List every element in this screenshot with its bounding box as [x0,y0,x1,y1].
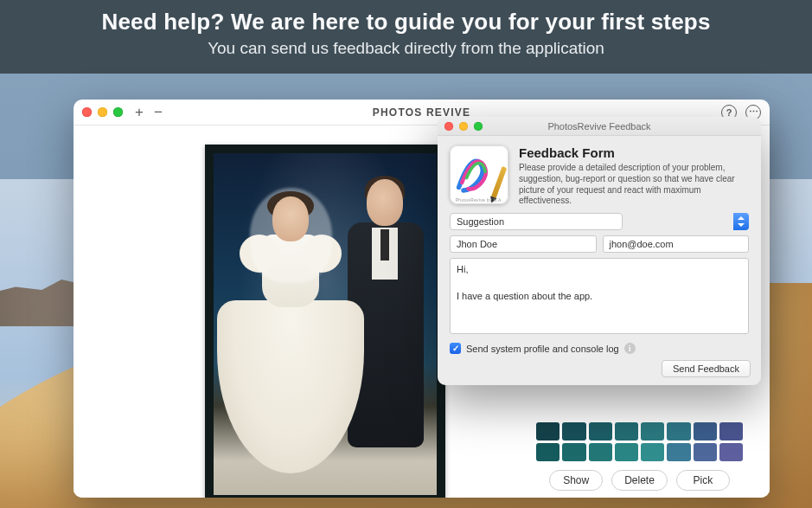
banner-title: Need help? We are here to guide you for … [0,9,812,35]
send-feedback-button[interactable]: Send Feedback [662,360,751,377]
name-value: Jhon Doe [457,239,497,249]
email-field[interactable]: jhon@doe.com [603,235,750,253]
message-textarea[interactable]: Hi, I have a question about the app. [450,258,749,334]
toolbar-add-button[interactable]: + [135,104,144,121]
feedback-form-title: Feedback Form [519,145,749,160]
feedback-type-value: Suggestion [457,216,504,227]
select-arrows-icon [733,213,749,230]
window-zoom-button[interactable] [113,107,123,117]
color-swatch[interactable] [615,422,638,440]
color-palette-panel: Show Delete Pick [534,417,745,491]
promo-banner: Need help? We are here to guide you for … [0,0,812,74]
name-field[interactable]: Jhon Doe [450,235,597,253]
banner-subtitle: You can send us feedback directly from t… [0,39,812,58]
color-swatch[interactable] [536,443,559,461]
color-swatch[interactable] [667,443,690,461]
app-icon-caption: PhotosRevive by N.A. [450,197,508,203]
palette-show-button[interactable]: Show [549,470,603,491]
window-close-button[interactable] [82,107,92,117]
feedback-zoom-button[interactable] [474,122,483,131]
color-swatch[interactable] [641,443,664,461]
color-swatch[interactable] [562,443,585,461]
feedback-window: PhotosRevive Feedback PhotosRevive by N.… [438,117,761,385]
app-icon: PhotosRevive by N.A. [450,145,508,204]
color-swatch[interactable] [719,422,743,440]
color-swatch[interactable] [641,422,664,440]
color-swatch[interactable] [589,422,612,440]
window-minimize-button[interactable] [98,107,107,117]
feedback-form-description: Please provide a detailed description of… [519,163,749,207]
info-icon[interactable]: i [624,343,636,354]
feedback-type-select[interactable]: Suggestion [450,213,749,230]
send-logs-checkbox[interactable]: ✓ [450,343,461,354]
feedback-window-title: PhotosRevive Feedback [438,121,761,132]
feedback-close-button[interactable] [444,122,453,131]
color-swatch[interactable] [667,422,690,440]
toolbar-remove-button[interactable]: − [154,104,163,121]
photo-subject-bride [222,196,352,456]
color-swatch[interactable] [694,443,717,461]
send-logs-label: Send system profile and console log [466,344,619,354]
photo-preview[interactable] [205,145,445,498]
color-swatch[interactable] [536,422,559,440]
color-swatch[interactable] [615,443,638,461]
help-icon: ? [726,107,732,118]
color-swatch[interactable] [719,443,743,461]
feedback-minimize-button[interactable] [459,122,468,131]
color-swatch[interactable] [562,422,585,440]
feedback-titlebar: PhotosRevive Feedback [438,117,761,136]
email-value: jhon@doe.com [610,239,674,249]
color-swatch[interactable] [694,422,717,440]
palette-delete-button[interactable]: Delete [611,470,668,491]
color-swatch[interactable] [589,443,612,461]
palette-pick-button[interactable]: Pick [676,470,730,491]
